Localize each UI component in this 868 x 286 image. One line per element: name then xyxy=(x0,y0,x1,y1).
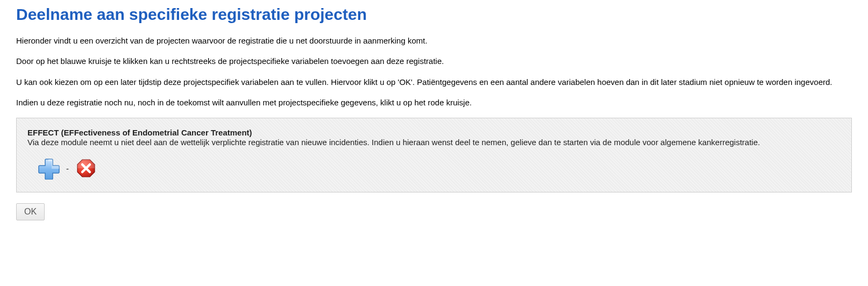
plus-icon xyxy=(38,157,60,180)
add-button[interactable] xyxy=(37,156,61,180)
intro-paragraph-1: Hieronder vindt u een overzicht van de p… xyxy=(16,35,852,46)
project-title: EFFECT (EFFectiveness of Endometrial Can… xyxy=(27,128,841,137)
separator-text: - xyxy=(66,164,69,173)
intro-block: Hieronder vindt u een overzicht van de p… xyxy=(16,35,852,108)
project-description: Via deze module neemt u niet deel aan de… xyxy=(27,137,841,148)
intro-paragraph-3: U kan ook kiezen om op een later tijdsti… xyxy=(16,77,852,88)
ok-button[interactable]: OK xyxy=(16,203,45,220)
page-title: Deelname aan specifieke registratie proj… xyxy=(16,5,852,24)
project-action-row: - xyxy=(27,156,841,180)
project-panel: EFFECT (EFFectiveness of Endometrial Can… xyxy=(16,118,852,192)
intro-paragraph-2: Door op het blauwe kruisje te klikken ka… xyxy=(16,56,852,67)
intro-paragraph-4: Indien u deze registratie noch nu, noch … xyxy=(16,97,852,108)
close-icon xyxy=(75,158,97,179)
cancel-button[interactable] xyxy=(74,156,98,180)
